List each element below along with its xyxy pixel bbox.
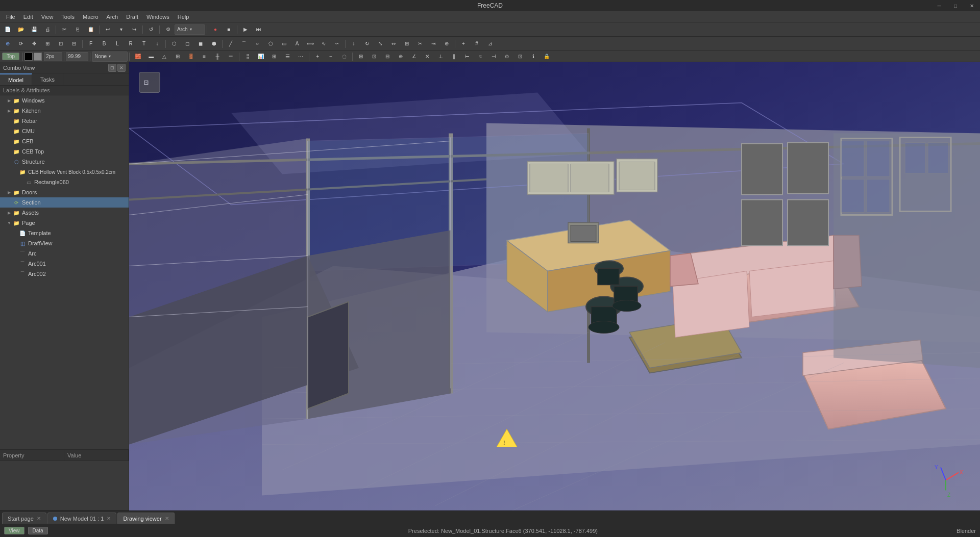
center-snap-btn[interactable]: ⊕ (395, 51, 407, 62)
tab-tasks[interactable]: Tasks (32, 73, 63, 85)
join-btn[interactable]: ⊕ (440, 38, 453, 49)
expand-page[interactable]: ▼ (6, 220, 12, 226)
tree-item-cebtop[interactable]: ▶ 📁 CEB Top (0, 146, 129, 157)
menu-arch[interactable]: Arch (103, 13, 122, 21)
paste-button[interactable]: 📋 (85, 24, 97, 35)
tree-item-arc001[interactable]: ▶ ⌒ Arc001 (0, 259, 129, 269)
bar-chart-btn[interactable]: 📊 (255, 51, 267, 62)
pen-size-input[interactable] (44, 52, 62, 61)
ortho-snap-btn[interactable]: ⊣ (487, 51, 500, 62)
menu-tools[interactable]: Tools (57, 13, 79, 21)
undo-dropdown[interactable]: ▾ (115, 24, 127, 35)
macro-play-button[interactable]: ▶ (239, 24, 252, 35)
extend-btn[interactable]: ⇥ (427, 38, 439, 49)
arch-stair-btn[interactable]: ≡ (198, 51, 210, 62)
trim-btn[interactable]: ✂ (414, 38, 426, 49)
tree-item-arc002[interactable]: ▶ ⌒ Arc002 (0, 269, 129, 279)
tab-new-model-close[interactable]: ✕ (107, 516, 111, 521)
arch-beam-btn[interactable]: ═ (225, 51, 237, 62)
opacity-input[interactable] (66, 52, 88, 61)
redo-button[interactable]: ↪ (128, 24, 140, 35)
table-btn[interactable]: ⊞ (268, 51, 280, 62)
menu-file[interactable]: File (2, 13, 19, 21)
tree-item-rebar[interactable]: ▶ 📁 Rebar (0, 116, 129, 126)
remove-part-btn[interactable]: − (325, 51, 337, 62)
snap-btn[interactable]: + (457, 38, 470, 49)
line-color-swatch[interactable] (24, 53, 33, 61)
minimize-button[interactable]: ─ (931, 0, 947, 11)
expand-kitchen[interactable]: ▶ (6, 108, 12, 114)
tree-item-cmu[interactable]: ▶ 📁 CMU (0, 126, 129, 136)
arch-column-btn[interactable]: ╫ (211, 51, 224, 62)
tree-item-kitchen[interactable]: ▶ 📁 Kitchen (0, 106, 129, 116)
draw-arc-btn[interactable]: ⌒ (238, 38, 250, 49)
tab-model[interactable]: Model (0, 73, 32, 85)
menu-edit[interactable]: Edit (19, 13, 37, 21)
section-btn[interactable]: ⋯ (295, 51, 307, 62)
grid-snap-btn[interactable]: ⊞ (355, 51, 367, 62)
flat-lines-btn[interactable]: ◻ (181, 38, 193, 49)
add-part-btn[interactable]: + (311, 51, 324, 62)
save-file-button[interactable]: 💾 (28, 24, 40, 35)
tree-item-assets[interactable]: ▶ 📁 Assets (0, 208, 129, 218)
fill-color-swatch[interactable] (34, 53, 42, 61)
pan-tool[interactable]: ✥ (28, 38, 40, 49)
new-file-button[interactable]: 📄 (2, 24, 14, 35)
undo-button[interactable]: ↩ (102, 24, 114, 35)
tree-item-rect060[interactable]: ▶ ▭ Rectangle060 (0, 177, 129, 187)
tab-new-model[interactable]: New Model 01 : 1 ✕ (47, 513, 117, 524)
mirror-btn[interactable]: ⇔ (387, 38, 400, 49)
cut-button[interactable]: ✂ (58, 24, 70, 35)
open-file-button[interactable]: 📂 (15, 24, 27, 35)
arch-door-btn[interactable]: 🚪 (185, 51, 197, 62)
grid-btn[interactable]: # (471, 38, 483, 49)
shaded-wireframe-btn[interactable]: ⬢ (208, 38, 220, 49)
dimension-btn[interactable]: ⟺ (304, 38, 316, 49)
maximize-button[interactable]: □ (947, 0, 964, 11)
dim-snap-btn[interactable]: ⊡ (514, 51, 526, 62)
info-btn[interactable]: ℹ (527, 51, 540, 62)
perp-snap-btn[interactable]: ⊥ (434, 51, 447, 62)
expand-assets[interactable]: ▶ (6, 210, 12, 216)
arch-floor-btn[interactable]: ▬ (145, 51, 157, 62)
draw-line-btn[interactable]: ╱ (225, 38, 237, 49)
top-view-button[interactable]: Top (2, 53, 19, 60)
tree-item-section[interactable]: ▶ ⟳ Section (0, 197, 129, 208)
menu-windows[interactable]: Windows (142, 13, 174, 21)
intersection-snap-btn[interactable]: ✕ (421, 51, 433, 62)
viewport[interactable]: X Y Z ⊡ ! (129, 62, 980, 510)
select-tool[interactable]: ⊕ (2, 38, 14, 49)
print-button[interactable]: 🖨 (41, 24, 54, 35)
draw-text-btn[interactable]: A (291, 38, 303, 49)
scale-btn[interactable]: ⤡ (374, 38, 386, 49)
zoom-tool[interactable]: ⊞ (41, 38, 54, 49)
orbit-tool[interactable]: ⟳ (15, 38, 27, 49)
tree-item-doors[interactable]: ▶ 📁 Doors (0, 187, 129, 197)
arch-window-btn[interactable]: ⊞ (172, 51, 184, 62)
draw-rect-btn[interactable]: ▭ (278, 38, 290, 49)
close-button[interactable]: ✕ (964, 0, 980, 11)
tab-start-page-close[interactable]: ✕ (37, 516, 41, 521)
move-btn[interactable]: ↕ (348, 38, 360, 49)
bezier2-btn[interactable]: ∽ (331, 38, 343, 49)
view-bottom[interactable]: ↓ (151, 38, 163, 49)
macro-step-button[interactable]: ⏭ (253, 24, 265, 35)
schedule-btn[interactable]: ☰ (281, 51, 293, 62)
parallel-snap-btn[interactable]: ∥ (448, 51, 460, 62)
near-snap-btn[interactable]: ≈ (474, 51, 486, 62)
menu-draft[interactable]: Draft (122, 13, 142, 21)
wireframe-btn[interactable]: ⬡ (168, 38, 180, 49)
draw-circle-btn[interactable]: ○ (251, 38, 263, 49)
construction-btn[interactable]: ⊿ (484, 38, 496, 49)
arch-roof-btn[interactable]: △ (158, 51, 170, 62)
tab-start-page[interactable]: Start page ✕ (2, 513, 46, 524)
angle-snap-btn[interactable]: ∠ (408, 51, 420, 62)
tree-item-draftview[interactable]: ▶ ◫ DraftView (0, 238, 129, 248)
tab-drawing-viewer-close[interactable]: ✕ (165, 516, 169, 521)
tab-drawing-viewer[interactable]: Drawing viewer ✕ (117, 513, 174, 524)
fit-all-button[interactable]: ⊡ (55, 38, 67, 49)
combo-view-float-btn[interactable]: ⊡ (108, 64, 116, 72)
view-top[interactable]: T (138, 38, 150, 49)
draw-poly-btn[interactable]: ⬠ (264, 38, 277, 49)
view-back[interactable]: B (98, 38, 110, 49)
